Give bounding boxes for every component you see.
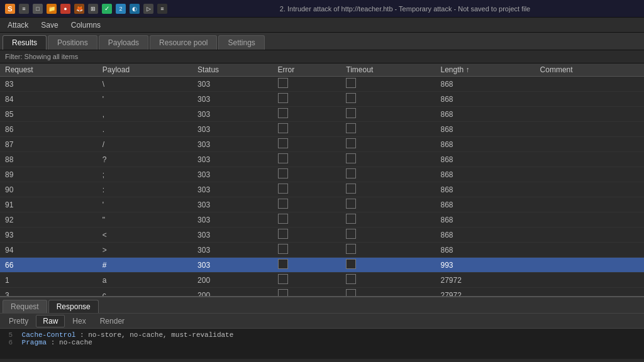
error-checkbox[interactable]	[278, 78, 288, 88]
timeout-checkbox[interactable]	[346, 153, 356, 163]
tb-btn-3[interactable]: 📁	[47, 4, 57, 14]
table-row[interactable]: 87/303868	[0, 137, 644, 152]
table-row[interactable]: 88?303868	[0, 152, 644, 167]
tb-btn-7[interactable]: ✓	[102, 4, 112, 14]
timeout-checkbox[interactable]	[346, 184, 356, 194]
table-row[interactable]: 91'303868	[0, 197, 644, 212]
timeout-checkbox[interactable]	[346, 229, 356, 239]
table-row[interactable]: 89;303868	[0, 167, 644, 182]
request-response-tabbar: Request Response	[0, 297, 644, 314]
fmt-raw[interactable]: Raw	[36, 315, 65, 327]
fmt-hex[interactable]: Hex	[66, 315, 92, 327]
filter-bar: Filter: Showing all items	[0, 50, 644, 63]
menu-columns[interactable]: Columns	[69, 19, 103, 31]
timeout-checkbox[interactable]	[346, 289, 356, 296]
timeout-checkbox[interactable]	[346, 108, 356, 118]
tab-response[interactable]: Response	[48, 300, 99, 313]
response-line-6: 6 Pragma : no-cache	[5, 339, 639, 346]
tab-payloads[interactable]: Payloads	[99, 35, 148, 50]
header-val-cache: : no-store, no-cache, must-revalidate	[80, 331, 233, 339]
menubar: Attack Save Columns	[0, 18, 644, 33]
error-checkbox[interactable]	[278, 184, 288, 194]
timeout-checkbox[interactable]	[346, 78, 356, 88]
error-checkbox[interactable]	[278, 93, 288, 103]
fmt-pretty[interactable]: Pretty	[3, 315, 35, 327]
error-checkbox[interactable]	[278, 108, 288, 118]
col-payload[interactable]: Payload	[97, 63, 192, 77]
timeout-checkbox[interactable]	[346, 168, 356, 178]
menu-attack[interactable]: Attack	[5, 19, 31, 31]
menu-save[interactable]: Save	[38, 19, 60, 31]
col-comment[interactable]: Comment	[535, 63, 644, 77]
header-key-pragma: Pragma	[22, 339, 47, 346]
error-checkbox[interactable]	[278, 244, 288, 254]
window-title: 2. Intruder attack of http://teacher.htb…	[171, 5, 639, 13]
col-error[interactable]: Error	[273, 63, 341, 77]
table-row[interactable]: 3c20027972	[0, 288, 644, 297]
table-row[interactable]: 84'303868	[0, 92, 644, 107]
line-num-5: 5	[5, 331, 13, 339]
tb-btn-1[interactable]: ≡	[19, 4, 29, 14]
response-line-5: 5 Cache-Control : no-store, no-cache, mu…	[5, 331, 639, 339]
table-row[interactable]: 86.303868	[0, 122, 644, 137]
timeout-checkbox[interactable]	[346, 123, 356, 133]
timeout-checkbox[interactable]	[346, 259, 356, 269]
tb-btn-4[interactable]: ●	[60, 4, 70, 14]
tb-btn-5[interactable]: 🦊	[74, 4, 84, 14]
timeout-checkbox[interactable]	[346, 274, 356, 284]
error-checkbox[interactable]	[278, 274, 288, 284]
table-row[interactable]: 1a20027972	[0, 273, 644, 288]
main-tabbar: Results Positions Payloads Resource pool…	[0, 33, 644, 50]
error-checkbox[interactable]	[278, 168, 288, 178]
col-timeout[interactable]: Timeout	[341, 63, 435, 77]
timeout-checkbox[interactable]	[346, 199, 356, 209]
results-table: Request Payload Status Error Timeout Len…	[0, 63, 644, 296]
app-icon: S	[5, 4, 15, 14]
error-checkbox[interactable]	[278, 259, 288, 269]
tb-btn-11[interactable]: ≡	[157, 4, 167, 14]
tab-request[interactable]: Request	[3, 300, 47, 313]
table-row[interactable]: 66#303993	[0, 258, 644, 273]
error-checkbox[interactable]	[278, 229, 288, 239]
tb-btn-9[interactable]: ◐	[130, 4, 140, 14]
error-checkbox[interactable]	[278, 289, 288, 296]
timeout-checkbox[interactable]	[346, 93, 356, 103]
tab-settings[interactable]: Settings	[218, 35, 264, 50]
titlebar: S ≡ □ 📁 ● 🦊 ⊞ ✓ 2 ◐ ▷ ≡ 2. Intruder atta…	[0, 0, 644, 18]
error-checkbox[interactable]	[278, 138, 288, 148]
fmt-render[interactable]: Render	[94, 315, 131, 327]
table-body: 83\30386884'30386885,30386886.30386887/3…	[0, 77, 644, 297]
table-row[interactable]: 90:303868	[0, 182, 644, 197]
timeout-checkbox[interactable]	[346, 138, 356, 148]
table-row[interactable]: 83\303868	[0, 77, 644, 92]
tab-positions[interactable]: Positions	[48, 35, 97, 50]
filter-text: Filter: Showing all items	[5, 53, 78, 60]
col-status[interactable]: Status	[192, 63, 273, 77]
col-request[interactable]: Request	[0, 63, 97, 77]
error-checkbox[interactable]	[278, 214, 288, 224]
bottom-pane: Request Response Pretty Raw Hex Render 5…	[0, 296, 644, 359]
results-table-area: Request Payload Status Error Timeout Len…	[0, 63, 644, 296]
header-key-cache: Cache-Control	[22, 331, 76, 339]
tb-btn-8[interactable]: 2	[116, 4, 126, 14]
error-checkbox[interactable]	[278, 123, 288, 133]
tb-btn-2[interactable]: □	[33, 4, 43, 14]
timeout-checkbox[interactable]	[346, 214, 356, 224]
table-row[interactable]: 92"303868	[0, 212, 644, 228]
tab-results[interactable]: Results	[3, 35, 47, 50]
tab-resource-pool[interactable]: Resource pool	[150, 35, 217, 50]
tb-btn-6[interactable]: ⊞	[88, 4, 98, 14]
tb-btn-10[interactable]: ▷	[143, 4, 153, 14]
line-num-6: 6	[5, 339, 13, 346]
header-val-pragma: : no-cache	[51, 339, 92, 346]
response-content: 5 Cache-Control : no-store, no-cache, mu…	[0, 329, 644, 359]
table-row[interactable]: 93<303868	[0, 228, 644, 243]
table-row[interactable]: 94>303868	[0, 243, 644, 258]
error-checkbox[interactable]	[278, 199, 288, 209]
col-length[interactable]: Length ↑	[435, 63, 535, 77]
format-tabbar: Pretty Raw Hex Render	[0, 314, 644, 329]
table-row[interactable]: 85,303868	[0, 107, 644, 122]
table-header-row: Request Payload Status Error Timeout Len…	[0, 63, 644, 77]
error-checkbox[interactable]	[278, 153, 288, 163]
timeout-checkbox[interactable]	[346, 244, 356, 254]
